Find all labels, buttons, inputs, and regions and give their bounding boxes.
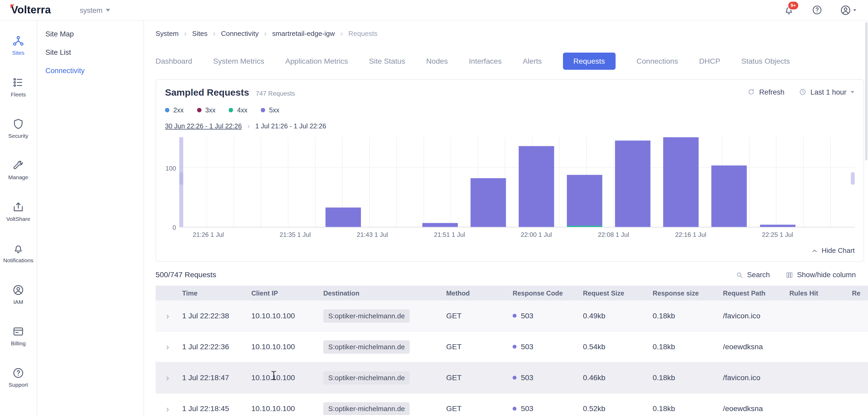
column-header-request-path[interactable]: Request Path [723,289,789,297]
chart-bar-22-20[interactable] [712,166,747,227]
row-expand-chevron[interactable]: › [166,373,169,382]
chart-bar-22-00[interactable] [519,146,554,227]
legend-item-5xx[interactable]: 5xx [261,106,279,114]
chart-brush-handle-right[interactable] [851,172,855,185]
table-body: ›1 Jul 22:22:3810.10.10.100S:optiker-mic… [156,300,868,415]
previous-range-link[interactable]: 30 Jun 22:26 - 1 Jul 22:26 [165,122,242,130]
column-header-time[interactable]: Time [182,289,251,297]
logo-text: Volterra [11,4,51,15]
row-expand-chevron[interactable]: › [166,311,169,320]
submenu-item-connectivity[interactable]: Connectivity [37,61,144,79]
chart-plot-area [179,137,855,227]
question-circle-icon [12,367,24,379]
tab-alerts[interactable]: Alerts [523,57,542,65]
destination-badge: S:optiker-michelmann.de [323,402,410,415]
sidebar-item-support[interactable]: Support [0,367,36,388]
cell-response-size: 0.18kb [653,343,675,351]
breadcrumb-separator: › [264,29,267,38]
tab-requests[interactable]: Requests [563,53,616,70]
card-title: Sampled Requests [165,88,249,98]
tab-application-metrics[interactable]: Application Metrics [285,57,348,65]
refresh-button[interactable]: Refresh [747,88,784,96]
breadcrumb-item-connectivity[interactable]: Connectivity [221,30,259,37]
chart-bar-22-15[interactable] [663,137,699,227]
row-expand-chevron[interactable]: › [166,342,169,351]
gridline-100 [179,167,855,168]
table-row[interactable]: ›1 Jul 22:22:3810.10.10.100S:optiker-mic… [156,300,868,331]
help-icon[interactable] [811,4,823,16]
card-request-count: 747 Requests [256,90,295,97]
submenu-item-site-list[interactable]: Site List [37,43,144,62]
bar-segment-5xx [712,166,747,227]
time-range-label: Last 1 hour [810,88,846,96]
tab-site-status[interactable]: Site Status [369,57,405,65]
column-header-request-size[interactable]: Request Size [583,289,653,297]
tab-status-objects[interactable]: Status Objects [741,57,790,65]
x-tick-label: 22:16 1 Jul [675,231,706,238]
breadcrumb-item-sites[interactable]: Sites [192,30,208,37]
sidebar-item-sites[interactable]: Sites [0,35,36,56]
hide-chart-label: Hide Chart [822,247,855,255]
sidebar-item-billing[interactable]: Billing [0,325,36,346]
sidebar-item-security[interactable]: Security [0,118,36,139]
table-row[interactable]: ›1 Jul 22:18:4710.10.10.100S:optiker-mic… [156,362,868,393]
breadcrumb-item-system[interactable]: System [156,30,179,37]
cell-method: GET [446,374,462,382]
search-button[interactable]: Search [735,270,770,279]
tab-nodes[interactable]: Nodes [426,57,447,65]
chart-bar-21-40[interactable] [326,208,361,227]
table-row[interactable]: ›1 Jul 22:22:3610.10.10.100S:optiker-mic… [156,331,868,362]
page-scrollbar[interactable] [865,22,867,160]
response-code-value: 503 [521,374,534,382]
tenant-label: system [80,6,102,14]
cell-request-size: 0.52kb [583,405,606,413]
breadcrumb-item-smartretail-edge-igw[interactable]: smartretail-edge-igw [272,30,335,37]
tab-interfaces[interactable]: Interfaces [469,57,502,65]
hide-chart-button[interactable]: Hide Chart [812,247,855,255]
tab-connections[interactable]: Connections [637,57,678,65]
submenu-item-site-map[interactable]: Site Map [37,25,144,43]
table-row[interactable]: ›1 Jul 22:18:4510.10.10.100S:optiker-mic… [156,393,868,415]
column-header-re[interactable]: Re [852,289,868,297]
breadcrumb-item-requests[interactable]: Requests [348,30,378,37]
tab-dashboard[interactable]: Dashboard [156,57,192,65]
notifications-bell-icon[interactable]: 9+ [783,4,795,16]
legend-item-2xx[interactable]: 2xx [165,106,183,114]
cell-response-size: 0.18kb [653,405,675,413]
y-tick-label: 0 [173,224,176,230]
wrench-icon [12,159,24,171]
chart-bar-22-25[interactable] [760,225,795,227]
user-avatar[interactable] [839,4,851,16]
column-header-response-code[interactable]: Response Code [513,289,583,297]
legend-item-4xx[interactable]: 4xx [229,106,247,114]
show-hide-column-button[interactable]: Show/hide column [785,270,856,279]
tab-system-metrics[interactable]: System Metrics [213,57,264,65]
time-range-selector[interactable]: Last 1 hour [799,88,855,96]
column-header-response-size[interactable]: Response size [653,289,723,297]
sidebar-item-fleets[interactable]: Fleets [0,76,36,97]
chart-bar-21-50[interactable] [422,223,458,227]
column-header-destination[interactable]: Destination [323,289,446,297]
sidebar-item-manage[interactable]: Manage [0,159,36,180]
chart-bar-22-10[interactable] [615,141,650,227]
tenant-selector[interactable]: system [80,6,110,14]
row-expand-chevron[interactable]: › [166,404,169,413]
sidebar-item-iam[interactable]: IAM [0,284,36,305]
legend-item-3xx[interactable]: 3xx [197,106,215,114]
cell-time: 1 Jul 22:18:45 [182,405,229,413]
chart-bar-22-05[interactable] [567,175,602,227]
cell-request-path: /favicon.ico [723,312,761,320]
status-dot [513,345,517,349]
sidebar-item-label: Manage [8,174,28,180]
sidebar-item-voltshare[interactable]: VoltShare [0,201,36,222]
column-header-method[interactable]: Method [446,289,513,297]
search-label: Search [747,270,770,279]
chart-bar-21-55[interactable] [470,178,506,227]
column-header-client-ip[interactable]: Client IP [251,289,323,297]
chart-brush-handle-left[interactable] [179,172,183,185]
x-tick-label: 21:26 1 Jul [193,231,224,238]
column-header-rules-hit[interactable]: Rules Hit [789,289,852,297]
volterra-logo[interactable]: Volterra [11,4,51,16]
tab-dhcp[interactable]: DHCP [699,57,720,65]
sidebar-item-notifications[interactable]: Notifications [0,242,36,263]
